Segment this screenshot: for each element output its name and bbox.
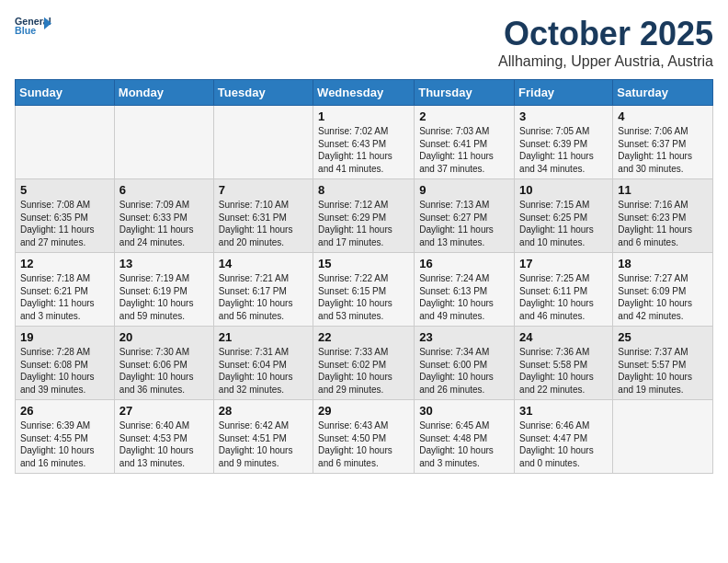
table-row: 28Sunrise: 6:42 AM Sunset: 4:51 PM Dayli… [213, 400, 313, 474]
table-row [16, 106, 115, 179]
header-monday: Monday [114, 80, 213, 106]
table-row: 17Sunrise: 7:25 AM Sunset: 6:11 PM Dayli… [515, 253, 613, 327]
day-number: 5 [20, 183, 109, 197]
table-row: 25Sunrise: 7:37 AM Sunset: 5:57 PM Dayli… [613, 327, 713, 400]
day-info: Sunrise: 7:28 AM Sunset: 6:08 PM Dayligh… [20, 346, 109, 396]
day-info: Sunrise: 7:37 AM Sunset: 5:57 PM Dayligh… [618, 346, 708, 396]
day-number: 23 [419, 330, 509, 344]
day-number: 19 [20, 330, 109, 344]
table-row: 9Sunrise: 7:13 AM Sunset: 6:27 PM Daylig… [415, 179, 515, 253]
svg-text:Blue: Blue [15, 25, 36, 36]
table-row: 2Sunrise: 7:03 AM Sunset: 6:41 PM Daylig… [415, 106, 515, 179]
table-row: 1Sunrise: 7:02 AM Sunset: 6:43 PM Daylig… [313, 106, 415, 179]
day-info: Sunrise: 7:05 AM Sunset: 6:39 PM Dayligh… [519, 125, 608, 175]
day-number: 6 [119, 183, 209, 197]
calendar-week-row: 5Sunrise: 7:08 AM Sunset: 6:35 PM Daylig… [16, 179, 713, 253]
header-wednesday: Wednesday [313, 80, 415, 106]
day-number: 22 [318, 330, 409, 344]
table-row: 3Sunrise: 7:05 AM Sunset: 6:39 PM Daylig… [515, 106, 613, 179]
table-row [613, 400, 713, 474]
day-info: Sunrise: 7:36 AM Sunset: 5:58 PM Dayligh… [519, 346, 608, 396]
day-number: 17 [519, 257, 608, 270]
day-info: Sunrise: 7:06 AM Sunset: 6:37 PM Dayligh… [618, 125, 708, 175]
table-row: 10Sunrise: 7:15 AM Sunset: 6:25 PM Dayli… [515, 179, 613, 253]
header-tuesday: Tuesday [213, 80, 313, 106]
day-number: 12 [20, 257, 109, 270]
header-sunday: Sunday [16, 80, 115, 106]
day-info: Sunrise: 7:18 AM Sunset: 6:21 PM Dayligh… [20, 272, 109, 322]
day-info: Sunrise: 7:09 AM Sunset: 6:33 PM Dayligh… [119, 199, 209, 248]
day-info: Sunrise: 7:25 AM Sunset: 6:11 PM Dayligh… [519, 272, 608, 322]
day-info: Sunrise: 7:13 AM Sunset: 6:27 PM Dayligh… [419, 199, 509, 248]
table-row: 12Sunrise: 7:18 AM Sunset: 6:21 PM Dayli… [16, 253, 115, 327]
table-row: 18Sunrise: 7:27 AM Sunset: 6:09 PM Dayli… [613, 253, 713, 327]
day-number: 27 [119, 404, 209, 418]
table-row: 19Sunrise: 7:28 AM Sunset: 6:08 PM Dayli… [16, 327, 115, 400]
day-number: 20 [119, 330, 209, 344]
table-row: 5Sunrise: 7:08 AM Sunset: 6:35 PM Daylig… [16, 179, 115, 253]
day-number: 28 [219, 404, 308, 418]
day-info: Sunrise: 7:08 AM Sunset: 6:35 PM Dayligh… [20, 199, 109, 248]
table-row: 27Sunrise: 6:40 AM Sunset: 4:53 PM Dayli… [114, 400, 213, 474]
day-number: 30 [419, 404, 509, 418]
calendar-week-row: 26Sunrise: 6:39 AM Sunset: 4:55 PM Dayli… [16, 400, 713, 474]
day-number: 3 [519, 109, 608, 123]
day-number: 31 [519, 404, 608, 418]
calendar-table: Sunday Monday Tuesday Wednesday Thursday… [15, 79, 713, 474]
table-row: 21Sunrise: 7:31 AM Sunset: 6:04 PM Dayli… [213, 327, 313, 400]
day-info: Sunrise: 6:40 AM Sunset: 4:53 PM Dayligh… [119, 419, 209, 469]
page-header: General Blue October 2025 Allhaming, Upp… [15, 15, 713, 70]
table-row: 31Sunrise: 6:46 AM Sunset: 4:47 PM Dayli… [515, 400, 613, 474]
day-number: 2 [419, 109, 509, 123]
day-info: Sunrise: 6:43 AM Sunset: 4:50 PM Dayligh… [318, 419, 409, 469]
calendar-week-row: 1Sunrise: 7:02 AM Sunset: 6:43 PM Daylig… [16, 106, 713, 179]
calendar-title: October 2025 [498, 15, 713, 53]
table-row: 26Sunrise: 6:39 AM Sunset: 4:55 PM Dayli… [16, 400, 115, 474]
day-info: Sunrise: 7:22 AM Sunset: 6:15 PM Dayligh… [318, 272, 409, 322]
day-info: Sunrise: 7:03 AM Sunset: 6:41 PM Dayligh… [419, 125, 509, 175]
day-number: 21 [219, 330, 308, 344]
day-info: Sunrise: 7:15 AM Sunset: 6:25 PM Dayligh… [519, 199, 608, 248]
header-thursday: Thursday [415, 80, 515, 106]
calendar-week-row: 12Sunrise: 7:18 AM Sunset: 6:21 PM Dayli… [16, 253, 713, 327]
day-info: Sunrise: 6:42 AM Sunset: 4:51 PM Dayligh… [219, 419, 308, 469]
table-row [213, 106, 313, 179]
table-row: 24Sunrise: 7:36 AM Sunset: 5:58 PM Dayli… [515, 327, 613, 400]
table-row: 30Sunrise: 6:45 AM Sunset: 4:48 PM Dayli… [415, 400, 515, 474]
table-row: 14Sunrise: 7:21 AM Sunset: 6:17 PM Dayli… [213, 253, 313, 327]
day-info: Sunrise: 7:27 AM Sunset: 6:09 PM Dayligh… [618, 272, 708, 322]
day-info: Sunrise: 6:46 AM Sunset: 4:47 PM Dayligh… [519, 419, 608, 469]
day-info: Sunrise: 6:39 AM Sunset: 4:55 PM Dayligh… [20, 419, 109, 469]
day-info: Sunrise: 7:21 AM Sunset: 6:17 PM Dayligh… [219, 272, 308, 322]
day-info: Sunrise: 7:31 AM Sunset: 6:04 PM Dayligh… [219, 346, 308, 396]
day-info: Sunrise: 7:16 AM Sunset: 6:23 PM Dayligh… [618, 199, 708, 248]
header-friday: Friday [515, 80, 613, 106]
day-info: Sunrise: 7:10 AM Sunset: 6:31 PM Dayligh… [219, 199, 308, 248]
day-number: 15 [318, 257, 409, 270]
logo-icon: General Blue [15, 15, 51, 37]
day-number: 25 [618, 330, 708, 344]
day-info: Sunrise: 7:12 AM Sunset: 6:29 PM Dayligh… [318, 199, 409, 248]
table-row: 15Sunrise: 7:22 AM Sunset: 6:15 PM Dayli… [313, 253, 415, 327]
day-number: 16 [419, 257, 509, 270]
table-row: 8Sunrise: 7:12 AM Sunset: 6:29 PM Daylig… [313, 179, 415, 253]
day-info: Sunrise: 7:19 AM Sunset: 6:19 PM Dayligh… [119, 272, 209, 322]
table-row: 20Sunrise: 7:30 AM Sunset: 6:06 PM Dayli… [114, 327, 213, 400]
calendar-week-row: 19Sunrise: 7:28 AM Sunset: 6:08 PM Dayli… [16, 327, 713, 400]
day-info: Sunrise: 7:24 AM Sunset: 6:13 PM Dayligh… [419, 272, 509, 322]
title-area: October 2025 Allhaming, Upper Austria, A… [498, 15, 713, 70]
day-number: 9 [419, 183, 509, 197]
calendar-subtitle: Allhaming, Upper Austria, Austria [498, 53, 713, 70]
weekday-header-row: Sunday Monday Tuesday Wednesday Thursday… [16, 80, 713, 106]
table-row: 23Sunrise: 7:34 AM Sunset: 6:00 PM Dayli… [415, 327, 515, 400]
table-row [114, 106, 213, 179]
header-saturday: Saturday [613, 80, 713, 106]
table-row: 13Sunrise: 7:19 AM Sunset: 6:19 PM Dayli… [114, 253, 213, 327]
day-info: Sunrise: 7:30 AM Sunset: 6:06 PM Dayligh… [119, 346, 209, 396]
day-number: 29 [318, 404, 409, 418]
day-info: Sunrise: 7:02 AM Sunset: 6:43 PM Dayligh… [318, 125, 409, 175]
day-number: 11 [618, 183, 708, 197]
table-row: 6Sunrise: 7:09 AM Sunset: 6:33 PM Daylig… [114, 179, 213, 253]
day-number: 24 [519, 330, 608, 344]
day-number: 10 [519, 183, 608, 197]
